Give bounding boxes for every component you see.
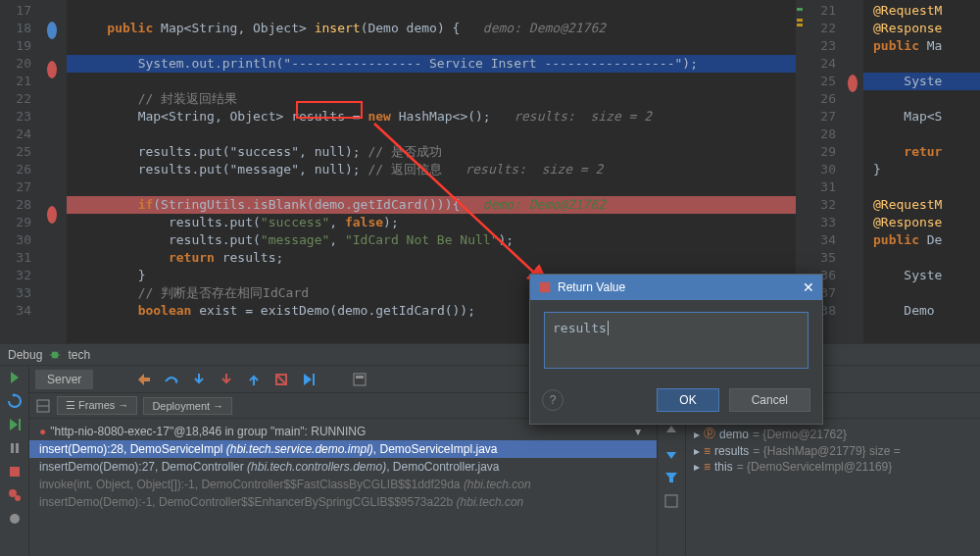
frames-panel[interactable]: ● "http-nio-8080-exec-17"@18,846 in grou… [29, 419, 657, 556]
svg-rect-9 [10, 467, 20, 477]
arrow-up-icon[interactable] [663, 423, 679, 438]
stack-frame[interactable]: invoke(int, Object, Object[]):-1, DemoCo… [29, 476, 657, 493]
svg-rect-7 [11, 443, 14, 453]
layout-icon[interactable] [35, 398, 51, 414]
variable-row[interactable]: ▸ ⓟ demo = {Demo@21762} [690, 425, 976, 443]
close-icon[interactable]: ✕ [803, 279, 814, 295]
svg-rect-6 [19, 419, 21, 430]
filter-icon[interactable] [663, 470, 679, 485]
run-to-cursor-icon[interactable] [301, 372, 317, 387]
vars-toolbar [657, 419, 686, 556]
gutter-markers[interactable] [37, 0, 67, 343]
breakpoint-icon[interactable] [47, 61, 57, 78]
debug-label: Debug [8, 348, 42, 362]
svg-rect-20 [540, 282, 551, 293]
debug-toolbar: Server [29, 366, 980, 393]
debug-header: Debug tech [0, 344, 980, 366]
show-execution-point-icon[interactable] [136, 372, 152, 387]
frames-bar: ☰ Frames → Deployment → [29, 393, 980, 419]
resume-icon[interactable] [7, 417, 23, 432]
mute-breakpoints-icon[interactable] [7, 511, 23, 527]
step-out-icon[interactable] [246, 372, 262, 387]
step-into-icon[interactable] [191, 372, 207, 387]
arrow-down-icon[interactable] [663, 446, 679, 462]
debug-sidebar [0, 366, 29, 556]
tab-server[interactable]: Server [35, 370, 93, 389]
svg-point-11 [15, 495, 21, 501]
variables-panel[interactable]: ▸ ⓟ demo = {Demo@21762}▸ ≡ results = {Ha… [686, 419, 980, 556]
evaluate-expression-icon[interactable] [352, 372, 368, 387]
ok-button[interactable]: OK [657, 388, 718, 412]
expand-icon[interactable] [663, 493, 679, 509]
breakpoint-icon[interactable] [47, 206, 57, 224]
restart-icon[interactable] [7, 393, 23, 409]
drop-frame-icon[interactable] [273, 372, 289, 387]
debug-panel: Debug tech Server [0, 343, 980, 556]
rerun-icon[interactable] [7, 370, 23, 385]
debug-config-name: tech [68, 348, 90, 362]
cancel-button[interactable]: Cancel [729, 388, 810, 412]
dialog-icon [538, 280, 552, 294]
svg-point-12 [10, 514, 20, 524]
deployment-tab[interactable]: Deployment → [143, 397, 232, 415]
variable-row[interactable]: ▸ ≡ this = {DemoServiceImpl@21169} [690, 459, 976, 475]
bug-icon [48, 348, 62, 362]
gutter-markers-right[interactable] [842, 0, 863, 343]
svg-rect-19 [665, 495, 677, 507]
svg-rect-15 [354, 374, 366, 385]
method-marker-icon[interactable] [47, 22, 57, 39]
svg-rect-14 [313, 374, 315, 385]
variable-row[interactable]: ▸ ≡ results = {HashMap@21779} size = [690, 443, 976, 459]
view-breakpoints-icon[interactable] [7, 487, 23, 503]
thread-selector[interactable]: ● "http-nio-8080-exec-17"@18,846 in grou… [29, 423, 657, 440]
svg-rect-16 [356, 376, 364, 379]
stack-frame[interactable]: insertDemo(Demo):27, DemoController (hbi… [29, 458, 657, 476]
svg-point-10 [9, 489, 17, 497]
breakpoint-icon[interactable] [848, 75, 858, 92]
dialog-title-text: Return Value [558, 280, 625, 294]
stack-frame[interactable]: insertDemo(Demo):-1, DemoController$$Enh… [29, 493, 657, 511]
help-button[interactable]: ? [542, 389, 564, 411]
pause-icon[interactable] [7, 440, 23, 456]
code-area-right[interactable]: @RequestM @Response public Ma Syste Map<… [863, 0, 980, 343]
step-over-icon[interactable] [164, 372, 179, 387]
expression-input[interactable]: results [544, 312, 808, 369]
force-step-into-icon[interactable] [219, 372, 234, 387]
svg-rect-8 [16, 443, 19, 453]
stop-icon[interactable] [7, 464, 23, 480]
return-value-dialog: Return Value ✕ results ? OK Cancel [529, 274, 823, 425]
stack-frame[interactable]: insert(Demo):28, DemoServiceImpl (hbi.te… [29, 440, 657, 458]
gutter-line-numbers: 171819202122232425262728293031323334 [0, 0, 37, 343]
editor-pane-right: 212223242526272829303132333435363738 @Re… [804, 0, 980, 343]
dialog-titlebar[interactable]: Return Value ✕ [530, 275, 822, 300]
frames-tab[interactable]: ☰ Frames → [57, 396, 137, 415]
